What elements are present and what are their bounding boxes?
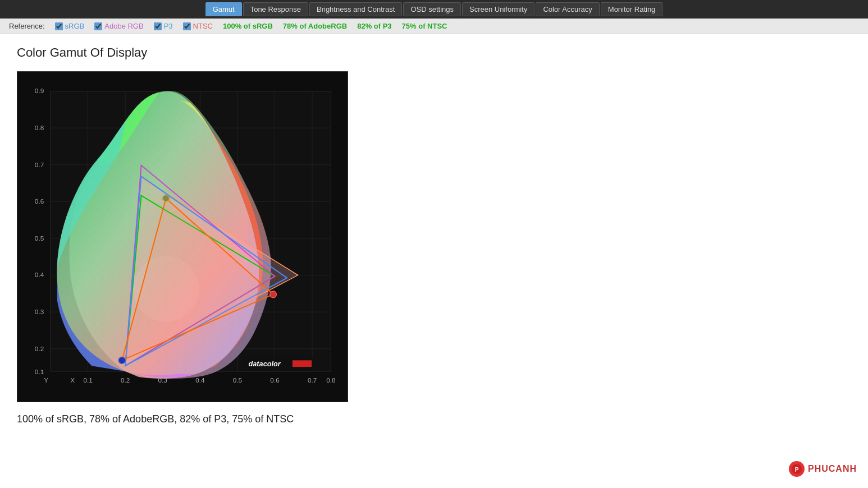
svg-text:0.9: 0.9 [35,87,44,94]
ref-srgb: sRGB [55,22,85,30]
ref-srgb-label: sRGB [65,22,85,30]
svg-text:Y: Y [44,376,48,384]
main-content: Color Gamut Of Display [0,34,868,436]
svg-text:0.5: 0.5 [35,234,44,242]
reference-bar: Reference: sRGB Adobe RGB P3 NTSC 100% o… [0,19,868,34]
gamut-svg: 0.9 0.8 0.7 0.6 0.5 0.4 0.3 0.2 0.1 Y X … [23,77,342,396]
tab-monitor-rating[interactable]: Monitor Rating [601,2,663,16]
stat-srgb: 100% of sRGB [223,22,273,30]
ref-p3-label: P3 [164,22,173,30]
phucanh-text-label: PHUCANH [808,464,857,474]
tab-brightness-contrast[interactable]: Brightness and Contrast [309,2,402,16]
svg-point-46 [270,291,277,298]
svg-text:0.1: 0.1 [35,368,44,375]
svg-point-47 [118,357,125,363]
svg-text:0.7: 0.7 [308,376,317,384]
tab-gamut[interactable]: Gamut [205,2,242,16]
svg-text:0.6: 0.6 [270,376,280,384]
stat-adobe-rgb: 78% of AdobeRGB [283,22,347,30]
svg-text:0.3: 0.3 [35,308,44,315]
svg-text:0.4: 0.4 [35,271,44,278]
top-navigation: Gamut Tone Response Brightness and Contr… [0,0,868,19]
ref-ntsc-label: NTSC [193,22,213,30]
color-gamut-chart: 0.9 0.8 0.7 0.6 0.5 0.4 0.3 0.2 0.1 Y X … [17,71,348,402]
checkbox-ntsc[interactable] [183,22,191,30]
ref-adobe-rgb-label: Adobe RGB [104,22,143,30]
tab-color-accuracy[interactable]: Color Accuracy [536,2,599,16]
tab-screen-uniformity[interactable]: Screen Uniformity [462,2,534,16]
ref-ntsc: NTSC [183,22,213,30]
page-title: Color Gamut Of Display [17,45,851,60]
tab-osd-settings[interactable]: OSD settings [403,2,461,16]
phucanh-logo: P PHUCANH [789,461,857,477]
phucanh-icon: P [789,461,805,477]
svg-text:datacolor: datacolor [249,360,281,368]
stat-p3: 82% of P3 [357,22,391,30]
ref-adobe-rgb: Adobe RGB [94,22,143,30]
svg-text:0.5: 0.5 [233,376,243,384]
svg-text:X: X [70,376,75,384]
checkbox-adobe-rgb[interactable] [94,22,102,30]
tab-tone-response[interactable]: Tone Response [243,2,308,16]
checkbox-srgb[interactable] [55,22,63,30]
svg-text:0.2: 0.2 [121,376,130,384]
stat-ntsc: 75% of NTSC [402,22,447,30]
checkbox-p3[interactable] [154,22,162,30]
svg-text:0.8: 0.8 [326,376,336,384]
ref-p3: P3 [154,22,173,30]
result-text: 100% of sRGB, 78% of AdobeRGB, 82% of P3… [17,413,851,425]
reference-label: Reference: [9,22,45,30]
svg-text:0.4: 0.4 [195,376,205,384]
svg-text:0.8: 0.8 [35,124,44,131]
svg-point-45 [163,195,170,202]
svg-text:0.1: 0.1 [83,376,92,384]
svg-text:0.6: 0.6 [35,197,44,205]
svg-rect-50 [293,360,312,367]
svg-text:0.7: 0.7 [35,161,44,168]
svg-text:P: P [795,467,799,473]
svg-text:0.2: 0.2 [35,345,44,352]
